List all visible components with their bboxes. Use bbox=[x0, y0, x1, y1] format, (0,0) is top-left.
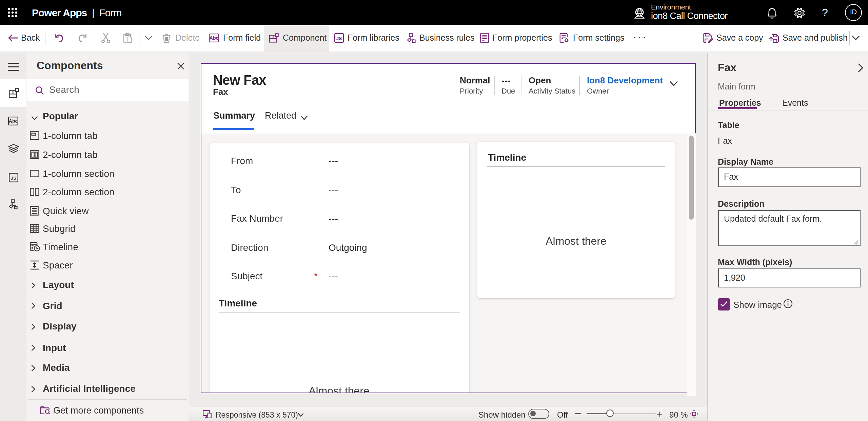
svg-text:JS: JS bbox=[336, 36, 342, 41]
svg-text:Abc: Abc bbox=[209, 36, 218, 41]
svg-text:JS: JS bbox=[11, 176, 16, 181]
svg-text:Abc: Abc bbox=[9, 118, 18, 123]
